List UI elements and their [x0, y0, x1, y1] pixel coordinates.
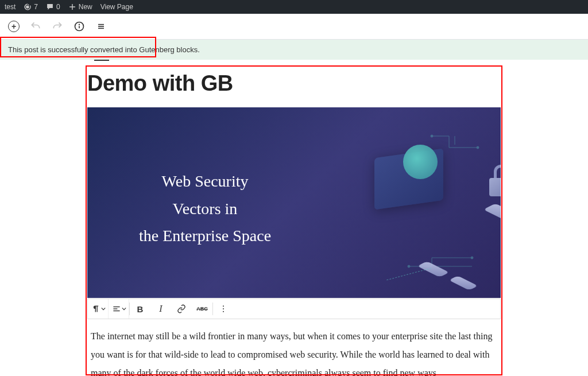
svg-point-14 [223, 308, 224, 309]
notice-container: This post is successfully converted into… [0, 40, 588, 60]
new-content-link[interactable]: New [68, 3, 92, 11]
link-icon [177, 304, 186, 313]
svg-point-2 [79, 24, 80, 25]
comments-count: 0 [56, 3, 60, 11]
redo-button[interactable] [51, 20, 64, 33]
editor-canvas: Demo with GB Web Security Vectors in the… [0, 60, 588, 376]
svg-point-15 [223, 311, 224, 312]
align-button[interactable] [109, 299, 129, 319]
svg-point-8 [408, 265, 410, 268]
content-area: Demo with GB Web Security Vectors in the… [87, 60, 501, 376]
undo-button[interactable] [29, 20, 42, 33]
comment-icon [46, 3, 54, 11]
paragraph-block[interactable]: The internet may still be a wild frontie… [87, 319, 501, 376]
add-block-button[interactable]: + [7, 20, 21, 33]
block-type-button[interactable] [88, 299, 109, 319]
post-title[interactable]: Demo with GB [87, 71, 501, 96]
list-icon [95, 21, 107, 32]
block-nav-button[interactable] [94, 20, 108, 33]
plus-icon [68, 3, 76, 11]
block-toolbar: B I ABC [87, 299, 501, 319]
site-name-link[interactable]: test [5, 3, 16, 11]
image-block[interactable]: Web Security Vectors in the Enterprise S… [87, 107, 501, 298]
caret-down-icon [101, 307, 106, 311]
robot-icon [403, 145, 438, 179]
caret-down-icon [122, 307, 126, 311]
italic-button[interactable]: I [150, 299, 171, 319]
refresh-icon [24, 3, 32, 11]
more-options-button[interactable] [213, 299, 234, 319]
site-name-text: test [5, 3, 16, 11]
editor-toolbar: + [0, 14, 588, 40]
image-overlay-text: Web Security Vectors in the Enterprise S… [116, 168, 294, 250]
platform-icon [483, 203, 501, 223]
image-text-line2: Vectors in [116, 195, 294, 223]
paragraph-icon [92, 305, 100, 313]
svg-point-6 [431, 135, 433, 137]
abc-label: ABC [196, 306, 208, 312]
svg-point-13 [223, 305, 224, 307]
success-notice: This post is successfully converted into… [0, 40, 588, 60]
updates-count: 7 [34, 3, 38, 11]
comments-link[interactable]: 0 [46, 3, 60, 11]
image-text-line3: the Enterprise Space [116, 222, 294, 250]
bold-button[interactable]: B [130, 299, 150, 319]
align-left-icon [113, 305, 121, 313]
link-button[interactable] [171, 299, 192, 319]
view-page-link[interactable]: View Page [100, 3, 133, 11]
image-text-line1: Web Security [116, 168, 294, 195]
updates-link[interactable]: 7 [24, 3, 38, 11]
info-icon [74, 21, 85, 32]
info-button[interactable] [72, 20, 86, 33]
admin-bar: test 7 0 New View Page [0, 0, 588, 14]
view-page-label: View Page [100, 3, 133, 11]
image-illustration [271, 119, 489, 286]
strikethrough-button[interactable]: ABC [192, 299, 212, 319]
more-vertical-icon [219, 304, 228, 313]
undo-icon [30, 21, 41, 32]
svg-point-7 [477, 146, 479, 149]
plus-circle-icon: + [8, 21, 20, 32]
new-label: New [79, 3, 92, 11]
redo-icon [52, 21, 63, 32]
notice-message: This post is successfully converted into… [8, 45, 200, 54]
excerpt-marker [94, 60, 109, 61]
svg-point-9 [471, 257, 473, 259]
padlock-icon [489, 165, 501, 196]
circuit-decoration-icon [403, 252, 483, 281]
